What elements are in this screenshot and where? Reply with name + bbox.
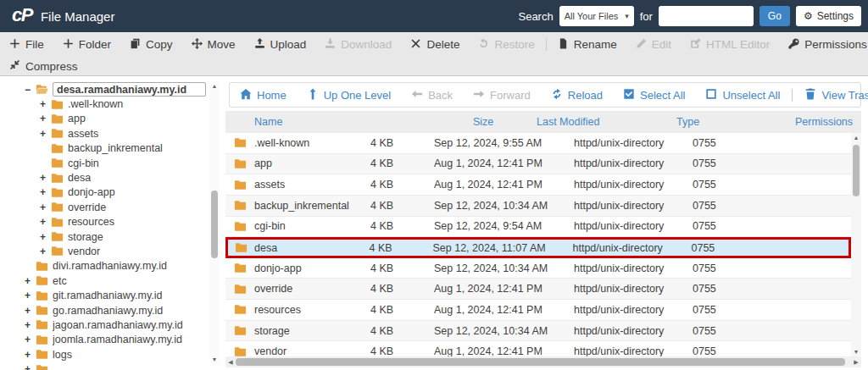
toolbar-folder-button[interactable]: Folder — [53, 38, 120, 52]
file-name[interactable]: assets — [254, 179, 370, 191]
go-button[interactable]: Go — [760, 6, 790, 26]
tree-item-donjo-app[interactable]: + donjo-app — [0, 185, 209, 200]
up-one-level-button[interactable]: Up One Level — [297, 88, 402, 102]
tree-item-desa-ramadhaniawy-my-id[interactable]: − desa.ramadhaniawy.my.id — [0, 82, 209, 97]
file-row-assets[interactable]: assets 4 KB Aug 1, 2024, 12:41 PM httpd/… — [225, 174, 851, 196]
file-row-override[interactable]: override 4 KB Aug 1, 2024, 12:41 PM http… — [225, 279, 851, 300]
column-header-name[interactable]: Name — [254, 116, 473, 128]
tree-expander-icon[interactable]: + — [40, 202, 51, 213]
file-row-well-known[interactable]: .well-known 4 KB Sep 12, 2024, 9:55 AM h… — [225, 133, 851, 154]
tree-item-git-ramadhaniawy-my-id[interactable]: + git.ramadhaniawy.my.id — [0, 288, 209, 302]
tree-expander-icon[interactable]: + — [40, 172, 51, 184]
table-hscrollbar-thumb[interactable] — [236, 358, 845, 366]
unselect-all-button[interactable]: Unselect All — [695, 88, 790, 102]
tree-item-joomla-ramadhaniawy-my-id[interactable]: + joomla.ramadhaniawy.my.id — [0, 333, 209, 347]
tree-item-label[interactable]: logs — [53, 349, 72, 361]
tree-item-label[interactable]: assets — [68, 128, 98, 140]
table-scrollbar-vertical[interactable]: ▲ ▼ — [851, 133, 861, 356]
tree-expander-icon[interactable]: + — [25, 305, 36, 317]
file-row-cgi-bin[interactable]: cgi-bin 4 KB Sep 12, 2024, 9:54 AM httpd… — [225, 217, 851, 238]
home-button[interactable]: Home — [230, 88, 297, 102]
tree-item-label[interactable]: desa.ramadhaniawy.my.id — [53, 82, 206, 97]
tree-expander-icon[interactable]: + — [40, 98, 51, 110]
file-name[interactable]: storage — [254, 325, 370, 337]
tree-item-label[interactable]: cgi-bin — [68, 157, 99, 169]
tree-item-etc[interactable]: + etc — [0, 273, 209, 288]
scroll-left-icon[interactable]: ◀ — [225, 356, 236, 367]
tree-item-label[interactable]: go.ramadhaniawy.my.id — [53, 305, 163, 317]
search-input[interactable] — [659, 6, 754, 26]
tree-item-backup-inkremental[interactable]: backup_inkremental — [0, 141, 209, 156]
tree-expander-icon[interactable]: + — [40, 216, 51, 228]
tree-expander-icon[interactable]: + — [25, 290, 36, 301]
tree-expander-icon[interactable]: + — [25, 334, 36, 345]
tree-item-vendor[interactable]: + vendor — [0, 244, 209, 258]
tree-item-label[interactable]: .well-known — [68, 98, 123, 110]
tree-item-well-known[interactable]: + .well-known — [0, 97, 209, 111]
file-row-desa[interactable]: desa 4 KB Sep 12, 2024, 11:07 AM httpd/u… — [225, 237, 851, 258]
column-header-size[interactable]: Size — [473, 116, 537, 128]
tree-item-label[interactable]: app — [68, 113, 86, 124]
tree-item-label[interactable]: backup_inkremental — [68, 142, 163, 154]
tree-item-label[interactable]: git.ramadhaniawy.my.id — [53, 290, 162, 301]
tree-expander-icon[interactable]: + — [40, 128, 51, 140]
tree-item-label[interactable]: donjo-app — [68, 186, 115, 198]
toolbar-move-button[interactable]: Move — [182, 38, 245, 52]
tree-item-storage[interactable]: + storage — [0, 229, 209, 244]
settings-button[interactable]: ⚙ Settings — [796, 6, 861, 26]
tree-expander-icon[interactable]: + — [40, 246, 51, 257]
tree-item-override[interactable]: + override — [0, 200, 209, 214]
file-name[interactable]: desa — [254, 242, 370, 254]
tree-item-label[interactable]: etc — [53, 275, 67, 287]
tree-expander-icon[interactable]: + — [40, 186, 51, 198]
toolbar-compress-button[interactable]: Compress — [0, 59, 87, 73]
scroll-down-icon[interactable]: ▼ — [851, 347, 861, 356]
tree-item-logs[interactable]: + logs — [0, 347, 209, 362]
tree-item-label[interactable]: desa — [68, 172, 91, 184]
toolbar-copy-button[interactable]: Copy — [120, 38, 182, 52]
toolbar-delete-button[interactable]: Delete — [401, 38, 469, 52]
file-name[interactable]: donjo-app — [254, 262, 370, 274]
tree-item-label[interactable]: jagoan.ramadhaniawy.my.id — [53, 319, 183, 331]
file-name[interactable]: resources — [254, 304, 370, 316]
tree-item-divi-ramadhaniawy-my-id[interactable]: divi.ramadhaniawy.my.id — [0, 259, 209, 273]
file-row-backup-inkremental[interactable]: backup_inkremental 4 KB Sep 12, 2024, 10… — [225, 196, 851, 217]
scroll-down-icon[interactable]: ▼ — [209, 355, 220, 364]
file-name[interactable]: backup_inkremental — [254, 200, 370, 212]
file-name[interactable]: cgi-bin — [254, 220, 370, 232]
search-scope-select[interactable]: All Your Files ▾ — [559, 6, 634, 26]
tree-item-item[interactable]: + — [0, 362, 209, 370]
toolbar-file-button[interactable]: File — [0, 38, 53, 52]
tree-expander-icon[interactable]: + — [25, 319, 36, 331]
column-header-last-modified[interactable]: Last Modified — [537, 116, 676, 128]
tree-item-label[interactable]: storage — [68, 231, 103, 243]
tree-item-label[interactable]: resources — [68, 216, 114, 228]
tree-expander-icon[interactable]: + — [25, 275, 36, 287]
sidebar-scrollbar[interactable]: ▲ ▼ — [209, 81, 220, 364]
table-scrollbar-horizontal[interactable]: ◀ ▶ — [225, 356, 861, 367]
tree-expander-icon[interactable]: + — [25, 349, 36, 361]
tree-item-label[interactable]: override — [68, 202, 106, 213]
scroll-right-icon[interactable]: ▶ — [851, 356, 861, 367]
view-trash-button[interactable]: View Trash — [794, 88, 868, 102]
file-name[interactable]: override — [254, 283, 370, 295]
tree-item-label[interactable]: divi.ramadhaniawy.my.id — [53, 260, 167, 272]
tree-item-resources[interactable]: + resources — [0, 215, 209, 229]
scroll-up-icon[interactable]: ▲ — [851, 133, 861, 142]
file-row-donjo-app[interactable]: donjo-app 4 KB Sep 12, 2024, 10:34 AM ht… — [225, 258, 851, 279]
toolbar-permissions-button[interactable]: Permissions — [779, 38, 868, 52]
tree-expander-icon[interactable]: − — [25, 84, 36, 96]
table-scrollbar-thumb[interactable] — [853, 145, 860, 196]
tree-expander-icon[interactable]: + — [40, 231, 51, 243]
tree-item-cgi-bin[interactable]: cgi-bin — [0, 156, 209, 170]
sidebar-scrollbar-thumb[interactable] — [211, 191, 218, 258]
select-all-button[interactable]: Select All — [613, 88, 695, 102]
file-row-storage[interactable]: storage 4 KB Sep 12, 2024, 10:34 AM http… — [225, 321, 851, 342]
tree-item-go-ramadhaniawy-my-id[interactable]: + go.ramadhaniawy.my.id — [0, 303, 209, 318]
tree-item-assets[interactable]: + assets — [0, 126, 209, 141]
column-header-type[interactable]: Type — [676, 116, 795, 128]
reload-button[interactable]: Reload — [541, 88, 613, 102]
tree-item-jagoan-ramadhaniawy-my-id[interactable]: + jagoan.ramadhaniawy.my.id — [0, 318, 209, 332]
toolbar-upload-button[interactable]: Upload — [245, 38, 316, 52]
scroll-up-icon[interactable]: ▲ — [209, 81, 220, 91]
